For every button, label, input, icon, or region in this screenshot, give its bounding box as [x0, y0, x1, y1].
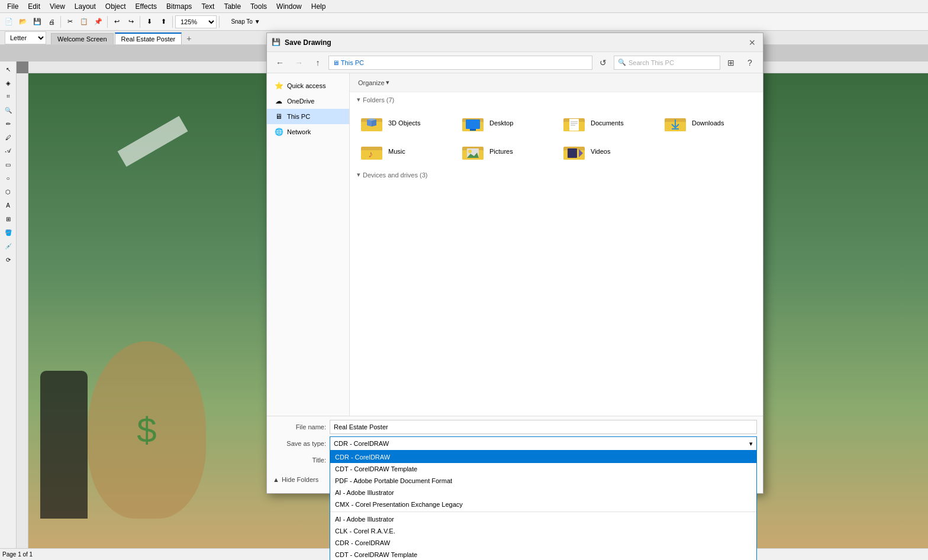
sidebar-item-onedrive[interactable]: ☁ OneDrive	[267, 93, 349, 109]
onedrive-icon: ☁	[274, 96, 283, 106]
menu-view[interactable]: View	[45, 1, 70, 12]
folders-section-header[interactable]: ▾ Folders (7)	[350, 92, 763, 107]
sidebar-item-this-pc[interactable]: 🖥 This PC	[267, 109, 349, 124]
folder-videos-icon	[562, 142, 586, 161]
menu-effects[interactable]: Effects	[131, 1, 162, 12]
dropdown-option-cdt2[interactable]: CDT - CorelDRAW Template	[330, 549, 756, 560]
paste-btn[interactable]: 📌	[92, 15, 105, 28]
organize-button[interactable]: Organize ▾	[355, 76, 393, 90]
svg-rect-27	[568, 148, 577, 158]
folder-videos[interactable]: Videos	[557, 138, 657, 165]
text-tool[interactable]: A	[2, 199, 15, 212]
freehand-tool[interactable]: ✏	[2, 117, 15, 130]
hide-folders-button[interactable]: ▲ Hide Folders	[273, 476, 318, 483]
cut-btn[interactable]: ✂	[63, 15, 76, 28]
view-options-button[interactable]: ⊞	[723, 54, 739, 71]
folder-downloads-label: Downloads	[692, 119, 724, 127]
dialog-body: ⭐ Quick access ☁ OneDrive 🖥 This PC 🌐 Ne…	[267, 73, 763, 416]
folder-documents-label: Documents	[591, 119, 624, 127]
dialog-footer: File name: Save as type: CDR - CorelDRAW…	[267, 416, 763, 493]
filetype-label: Save as type:	[273, 440, 326, 447]
devices-section-header[interactable]: ▾ Devices and drives (3)	[350, 167, 763, 182]
fill-tool[interactable]: 🪣	[2, 226, 15, 239]
folder-downloads[interactable]: Downloads	[658, 109, 758, 137]
svg-rect-7	[466, 119, 480, 129]
menu-help[interactable]: Help	[307, 1, 331, 12]
table-tool[interactable]: ⊞	[2, 212, 15, 225]
dialog-title-bar: 💾 Save Drawing ✕	[267, 33, 763, 52]
title-label: Title:	[273, 457, 326, 464]
add-tab-button[interactable]: +	[183, 33, 195, 44]
rectangle-tool[interactable]: ▭	[2, 158, 15, 171]
dropdown-option-cdt[interactable]: CDT - CorelDRAW Template	[330, 463, 756, 475]
folder-3d-objects[interactable]: 3D Objects	[355, 109, 455, 137]
menu-file[interactable]: File	[2, 1, 23, 12]
svg-rect-17	[672, 128, 679, 130]
nav-search-bar[interactable]: 🔍 Search This PC	[614, 56, 720, 70]
save-btn[interactable]: 💾	[31, 15, 44, 28]
shape-tool[interactable]: ◈	[2, 76, 15, 89]
folder-pictures-icon	[461, 142, 485, 161]
dialog-icon: 💾	[272, 38, 281, 47]
open-btn[interactable]: 📂	[17, 15, 30, 28]
dropdown-option-cdr-selected[interactable]: CDR - CorelDRAW	[330, 451, 756, 463]
polygon-tool[interactable]: ⬡	[2, 185, 15, 198]
menu-object[interactable]: Object	[101, 1, 131, 12]
nav-back-button[interactable]: ←	[272, 54, 288, 71]
dropdown-option-pdf-top[interactable]: PDF - Adobe Portable Document Format	[330, 475, 756, 487]
snap-btn[interactable]: Snap To ▼	[222, 15, 269, 28]
filetype-dropdown-list: CDR - CorelDRAW CDT - CorelDRAW Template…	[330, 451, 757, 560]
folder-desktop[interactable]: Desktop	[456, 109, 556, 137]
folder-downloads-icon	[663, 114, 687, 132]
sidebar-item-network[interactable]: 🌐 Network	[267, 124, 349, 140]
redo-btn[interactable]: ↪	[124, 15, 137, 28]
sidebar-item-quick-access[interactable]: ⭐ Quick access	[267, 78, 349, 93]
nav-refresh-button[interactable]: ↺	[595, 54, 611, 71]
ellipse-tool[interactable]: ○	[2, 171, 15, 184]
help-button[interactable]: ?	[742, 54, 758, 71]
page-size-select[interactable]: Letter	[5, 31, 46, 44]
copy-btn[interactable]: 📋	[78, 15, 91, 28]
menu-text[interactable]: Text	[196, 1, 219, 12]
crop-tool[interactable]: ⌗	[2, 90, 15, 103]
dropdown-option-cdr[interactable]: CDR - CorelDRAW	[330, 537, 756, 549]
folder-3d-icon	[360, 114, 384, 132]
devices-collapse-icon: ▾	[357, 171, 360, 179]
filename-input[interactable]	[330, 420, 757, 434]
menu-edit[interactable]: Edit	[23, 1, 45, 12]
pen-tool[interactable]: 🖊	[2, 131, 15, 144]
nav-up-button[interactable]: ↑	[310, 54, 326, 71]
zoom-tool[interactable]: 🔍	[2, 103, 15, 116]
nav-forward-button[interactable]: →	[291, 54, 307, 71]
menu-table[interactable]: Table	[219, 1, 246, 12]
folder-documents[interactable]: Documents	[557, 109, 657, 137]
menu-layout[interactable]: Layout	[70, 1, 101, 12]
dropdown-option-cmx-legacy-top[interactable]: CMX - Corel Presentation Exchange Legacy	[330, 499, 756, 510]
menu-window[interactable]: Window	[272, 1, 307, 12]
filename-label: File name:	[273, 423, 326, 430]
eyedropper-tool[interactable]: 💉	[2, 239, 15, 253]
folder-music[interactable]: ♪ Music	[355, 138, 455, 165]
menu-tools[interactable]: Tools	[246, 1, 272, 12]
dropdown-option-ai-top[interactable]: AI - Adobe Illustrator	[330, 487, 756, 499]
dialog-close-button[interactable]: ✕	[746, 37, 758, 48]
new-btn[interactable]: 📄	[2, 15, 15, 28]
nav-path-bar[interactable]: 🖥 This PC	[328, 56, 592, 70]
folder-desktop-label: Desktop	[489, 119, 513, 127]
calligraphy-tool[interactable]: 𝒜	[2, 144, 15, 157]
dropdown-option-clk[interactable]: CLK - Corel R.A.V.E.	[330, 525, 756, 537]
quick-access-icon: ⭐	[274, 81, 283, 90]
tab-real-estate-poster[interactable]: Real Estate Poster	[115, 33, 182, 44]
dropdown-option-ai[interactable]: AI - Adobe Illustrator	[330, 513, 756, 525]
import-btn[interactable]: ⬇	[143, 15, 156, 28]
tab-welcome-screen[interactable]: Welcome Screen	[51, 33, 114, 44]
undo-btn[interactable]: ↩	[110, 15, 123, 28]
filetype-select[interactable]: CDR - CorelDRAW ▾	[330, 436, 757, 451]
export-btn[interactable]: ⬆	[157, 15, 170, 28]
folder-pictures[interactable]: Pictures	[456, 138, 556, 165]
menu-bitmaps[interactable]: Bitmaps	[162, 1, 196, 12]
zoom-select[interactable]: 125%	[175, 15, 217, 28]
print-btn[interactable]: 🖨	[45, 15, 58, 28]
select-tool[interactable]: ↖	[2, 63, 15, 76]
interactive-tool[interactable]: ⟳	[2, 253, 15, 266]
